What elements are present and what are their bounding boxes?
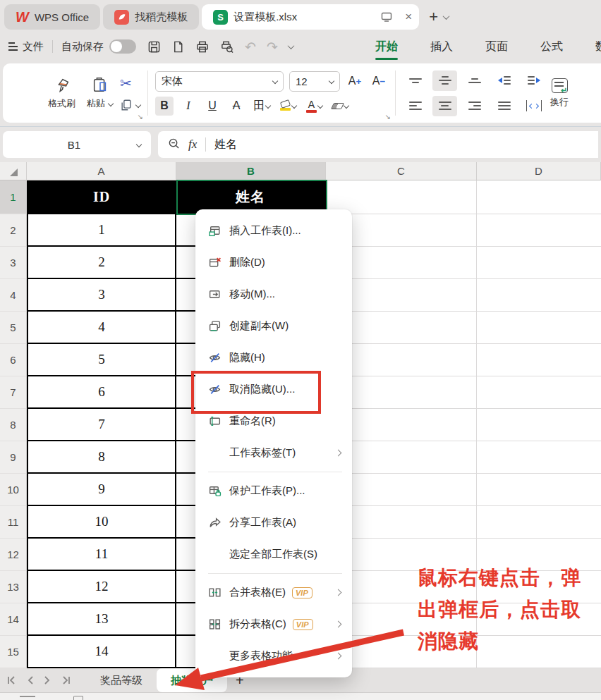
- format-painter-button[interactable]: 格式刷: [42, 73, 81, 113]
- row-header[interactable]: 15: [0, 636, 27, 668]
- cell-col-d[interactable]: [477, 376, 601, 409]
- document-tab[interactable]: S 设置模板.xlsx ×: [202, 4, 419, 30]
- save-icon[interactable]: [147, 40, 161, 54]
- column-header-c[interactable]: C: [326, 162, 477, 180]
- column-header-b[interactable]: B: [176, 162, 326, 180]
- cell-col-a[interactable]: 13: [27, 603, 176, 636]
- decrease-indent-button[interactable]: [492, 70, 516, 91]
- tab-data[interactable]: 数据: [594, 37, 601, 57]
- underline-button[interactable]: U: [203, 97, 221, 116]
- fx-icon[interactable]: fx: [188, 137, 197, 152]
- print-preview-icon[interactable]: [220, 40, 234, 54]
- row-header[interactable]: 9: [0, 441, 27, 474]
- cell-col-a[interactable]: 1: [27, 214, 176, 247]
- row-header[interactable]: 5: [0, 312, 27, 344]
- tab-home[interactable]: 开始: [374, 37, 399, 57]
- cell-col-d[interactable]: [477, 279, 601, 312]
- row-header[interactable]: 12: [0, 539, 27, 571]
- enter-workspace-icon[interactable]: [381, 12, 392, 22]
- sheet-tab-prizes[interactable]: 奖品等级: [86, 668, 157, 692]
- cell-a1[interactable]: ID: [27, 180, 176, 214]
- formula-input[interactable]: fx 姓名: [158, 131, 598, 158]
- bold-button[interactable]: B: [155, 97, 174, 116]
- cell-col-a[interactable]: 2: [27, 247, 176, 279]
- row-header[interactable]: 13: [0, 571, 27, 603]
- cell-col-a[interactable]: 5: [27, 344, 176, 376]
- redo-icon[interactable]: [267, 39, 278, 55]
- tab-page[interactable]: 页面: [484, 37, 509, 57]
- row-header[interactable]: 7: [0, 376, 27, 409]
- menu-item[interactable]: 删除(D): [195, 247, 352, 278]
- output-pdf-icon[interactable]: [171, 40, 185, 54]
- tab-insert[interactable]: 插入: [429, 37, 454, 57]
- cell-col-a[interactable]: 12: [27, 571, 176, 603]
- undo-icon[interactable]: [245, 39, 256, 55]
- cell-col-d[interactable]: [477, 344, 601, 376]
- font-color-button[interactable]: A: [304, 97, 324, 116]
- column-header-a[interactable]: A: [27, 162, 176, 180]
- justify-button[interactable]: [492, 96, 516, 116]
- row-header[interactable]: 11: [0, 506, 27, 539]
- align-middle-button[interactable]: [432, 70, 457, 91]
- cell-col-a[interactable]: 9: [27, 474, 176, 506]
- align-center-button[interactable]: [432, 96, 457, 116]
- sheet-nav-prev-icon[interactable]: [27, 676, 34, 684]
- cell-col-d[interactable]: [477, 441, 601, 474]
- sheet-nav-first-icon[interactable]: [7, 676, 17, 684]
- cell-col-a[interactable]: 3: [27, 279, 176, 312]
- cell-col-a[interactable]: 4: [27, 312, 176, 344]
- row-header[interactable]: 2: [0, 214, 27, 247]
- quickbar-more-chevron-icon[interactable]: [287, 42, 294, 49]
- cell-col-a[interactable]: 6: [27, 376, 176, 409]
- menu-item[interactable]: 工作表标签(T): [195, 437, 352, 469]
- copy-icon[interactable]: [120, 99, 140, 111]
- italic-button[interactable]: I: [179, 97, 198, 116]
- menu-item[interactable]: 创建副本(W): [195, 310, 352, 342]
- name-box[interactable]: B1: [3, 131, 151, 158]
- menu-item[interactable]: 分享工作表(A): [195, 507, 352, 539]
- tab-formula[interactable]: 公式: [539, 37, 564, 57]
- increase-indent-button[interactable]: [521, 70, 546, 91]
- menu-item[interactable]: 更多表格功能: [195, 640, 352, 672]
- fill-color-button[interactable]: [278, 97, 298, 116]
- menu-item[interactable]: 合并表格(E)VIP: [195, 577, 352, 608]
- menu-item[interactable]: 选定全部工作表(S): [195, 539, 352, 570]
- wrap-text-button[interactable]: 换行: [550, 78, 569, 109]
- print-icon[interactable]: [195, 40, 210, 54]
- cell-col-d[interactable]: [477, 312, 601, 344]
- row-header[interactable]: 3: [0, 247, 27, 279]
- cell-col-a[interactable]: 10: [27, 506, 176, 539]
- menu-item[interactable]: 重命名(R): [195, 405, 352, 437]
- cell-col-d[interactable]: [477, 214, 601, 247]
- close-tab-icon[interactable]: ×: [405, 10, 412, 24]
- cell-col-a[interactable]: 14: [27, 636, 176, 668]
- row-header[interactable]: 14: [0, 603, 27, 636]
- row-header[interactable]: 10: [0, 474, 27, 506]
- row-header[interactable]: 1: [0, 180, 27, 214]
- decrease-font-button[interactable]: A−: [370, 72, 388, 91]
- cell-col-d[interactable]: [477, 409, 601, 441]
- row-header[interactable]: 6: [0, 344, 27, 376]
- cell-col-d[interactable]: [477, 506, 601, 539]
- cell-col-d[interactable]: [477, 474, 601, 506]
- autosave-toggle[interactable]: [109, 39, 136, 54]
- cell-col-a[interactable]: 7: [27, 409, 176, 441]
- menu-item[interactable]: 保护工作表(P)...: [195, 475, 352, 507]
- cell-col-d[interactable]: [477, 247, 601, 279]
- select-all-corner[interactable]: [0, 162, 27, 180]
- cell-col-a[interactable]: 11: [27, 539, 176, 571]
- new-tab-button[interactable]: +: [429, 8, 438, 26]
- menu-item[interactable]: 隐藏(H): [195, 342, 352, 374]
- app-home-tab[interactable]: W WPS Office: [4, 4, 100, 30]
- menu-item[interactable]: 取消隐藏(U)...: [195, 374, 352, 405]
- cell-d1[interactable]: [477, 180, 601, 214]
- menu-item[interactable]: 拆分表格(C)VIP: [195, 608, 352, 640]
- row-header[interactable]: 4: [0, 279, 27, 312]
- increase-font-button[interactable]: A+: [346, 72, 364, 91]
- sheet-nav-last-icon[interactable]: [61, 676, 71, 684]
- distribute-button[interactable]: [521, 96, 546, 116]
- align-left-button[interactable]: [403, 96, 427, 116]
- sheet-nav-next-icon[interactable]: [44, 676, 51, 684]
- font-name-select[interactable]: 宋体: [155, 71, 284, 92]
- borders-button[interactable]: 田: [251, 97, 272, 116]
